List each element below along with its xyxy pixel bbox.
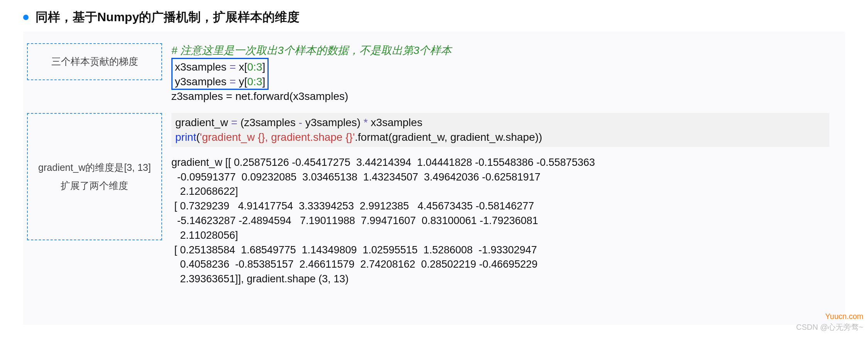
row1-right: # 注意这里是一次取出3个样本的数据，不是取出第3个样本 x3samples =… xyxy=(171,43,845,104)
watermark-csdn: CSDN @心无旁骛~ xyxy=(796,321,863,333)
code-line-print: print('gradient_w {}, gradient.shape {}'… xyxy=(175,130,826,145)
page: 同样，基于Numpy的广播机制，扩展样本的维度 三个样本贡献的梯度 # 注意这里… xyxy=(0,0,868,339)
code-line-gw: gradient_w = (z3samples - y3samples) * x… xyxy=(175,115,826,130)
row1-code: # 注意这里是一次取出3个样本的数据，不是取出第3个样本 x3samples =… xyxy=(171,43,829,104)
label-sample-gradient: 三个样本贡献的梯度 xyxy=(27,43,162,80)
row2-code: gradient_w = (z3samples - y3samples) * x… xyxy=(171,113,829,147)
label-line2: 扩展了两个维度 xyxy=(38,177,151,195)
heading-text: 同样，基于Numpy的广播机制，扩展样本的维度 xyxy=(36,8,299,26)
label-gradient-shape: gradient_w的维度是[3, 13] 扩展了两个维度 xyxy=(27,113,162,240)
row-1: 三个样本贡献的梯度 # 注意这里是一次取出3个样本的数据，不是取出第3个样本 x… xyxy=(27,43,845,104)
highlight-box: x3samples = x[0:3] y3samples = y[0:3] xyxy=(171,58,269,90)
row2-right: gradient_w = (z3samples - y3samples) * x… xyxy=(171,113,845,287)
heading-row: 同样，基于Numpy的广播机制，扩展样本的维度 xyxy=(23,8,845,26)
label-inner-2: gradient_w的维度是[3, 13] 扩展了两个维度 xyxy=(38,159,151,195)
bullet-icon xyxy=(23,15,29,20)
gradient-output: gradient_w [[ 0.25875126 -0.45417275 3.4… xyxy=(171,150,829,287)
content: 三个样本贡献的梯度 # 注意这里是一次取出3个样本的数据，不是取出第3个样本 x… xyxy=(23,32,845,325)
row-2: gradient_w的维度是[3, 13] 扩展了两个维度 gradient_w… xyxy=(27,113,845,287)
label-text-1: 三个样本贡献的梯度 xyxy=(51,54,138,69)
code-line-z3: z3samples = net.forward(x3samples) xyxy=(171,89,829,104)
label-line1: gradient_w的维度是[3, 13] xyxy=(38,159,151,177)
code-line-y3: y3samples = y[0:3] xyxy=(175,74,265,89)
watermark-site: Yuucn.com xyxy=(825,310,863,322)
code-line-x3: x3samples = x[0:3] xyxy=(175,60,265,74)
code-comment: # 注意这里是一次取出3个样本的数据，不是取出第3个样本 xyxy=(171,43,829,58)
